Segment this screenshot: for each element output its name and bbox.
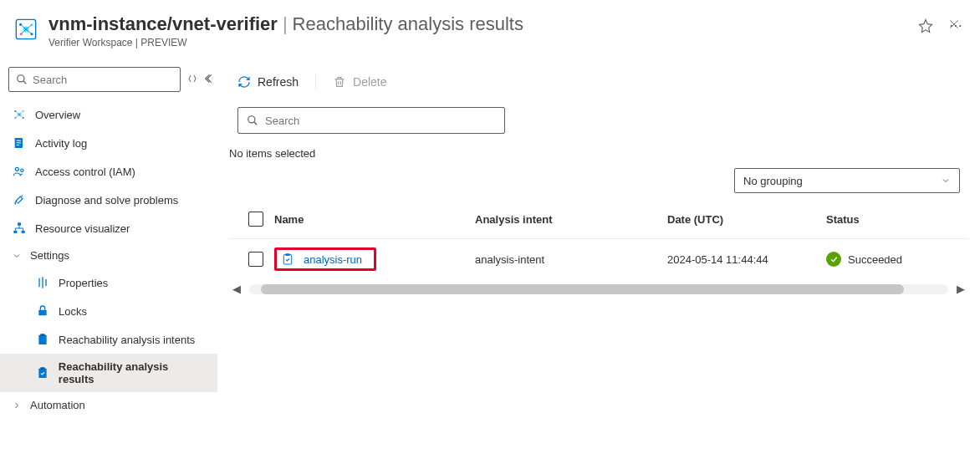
scroll-left-icon[interactable]: ◀ [229, 283, 244, 295]
diagnose-icon [12, 192, 27, 207]
cell-status: Succeeded [826, 252, 960, 267]
expand-icon[interactable] [187, 74, 197, 86]
cell-date: 2024-05-14 11:44:44 [667, 253, 826, 266]
sidebar-item-label: Reachability analysis results [59, 360, 206, 385]
status-label: Succeeded [848, 253, 902, 266]
page-header: vnm-instance/vnet-verifier | Reachabilit… [0, 0, 980, 59]
title-separator: | [283, 13, 288, 35]
select-all-checkbox[interactable] [248, 212, 263, 227]
sidebar-item-label: Diagnose and solve problems [35, 194, 178, 207]
sidebar-item-label: Activity log [35, 137, 87, 150]
column-header-name[interactable]: Name [274, 213, 475, 226]
refresh-icon [237, 75, 251, 89]
toolbar-divider [315, 74, 316, 90]
breadcrumb: Verifier Workspace | PREVIEW [48, 37, 901, 48]
main-content: Refresh Delete No items selected No grou… [217, 59, 980, 459]
close-icon[interactable] [948, 18, 960, 33]
sidebar-section-automation[interactable]: Automation [0, 392, 217, 418]
search-icon [247, 115, 258, 126]
sidebar-item-reachability-intents[interactable]: Reachability analysis intents [0, 325, 217, 354]
svg-point-29 [248, 116, 255, 123]
sidebar-item-label: Overview [35, 109, 80, 121]
sidebar: Overview Activity log Access control (IA… [0, 59, 217, 459]
svg-rect-16 [17, 140, 21, 141]
scroll-track[interactable] [249, 284, 948, 294]
sidebar-item-label: Access control (IAM) [35, 166, 135, 178]
svg-point-19 [15, 167, 18, 171]
iam-icon [12, 164, 27, 179]
grouping-value: No grouping [743, 175, 803, 187]
table-row: analysis-run analysis-intent 2024-05-14 … [229, 239, 968, 279]
sidebar-item-activity[interactable]: Activity log [0, 129, 217, 157]
overview-icon [12, 107, 27, 122]
svg-rect-21 [18, 222, 21, 225]
chevron-down-icon [12, 251, 22, 261]
row-checkbox[interactable] [248, 252, 263, 267]
chevron-right-icon [12, 400, 22, 411]
scroll-thumb[interactable] [261, 284, 904, 294]
sidebar-item-diagnose[interactable]: Diagnose and solve problems [0, 186, 217, 214]
selection-status: No items selected [217, 142, 980, 168]
main-search[interactable] [237, 107, 505, 134]
clipboard-results-icon [35, 365, 50, 380]
delete-button: Delete [333, 75, 386, 89]
svg-rect-25 [38, 335, 46, 344]
activity-log-icon [12, 135, 27, 150]
success-icon [826, 252, 841, 267]
horizontal-scrollbar[interactable]: ◀ ▶ [217, 279, 980, 295]
resource-name: vnm-instance/vnet-verifier [48, 13, 278, 35]
svg-rect-18 [17, 145, 19, 145]
toolbar: Refresh Delete [217, 59, 980, 102]
svg-rect-22 [13, 231, 17, 233]
column-header-intent[interactable]: Analysis intent [475, 213, 667, 226]
svg-rect-23 [22, 231, 25, 233]
delete-label: Delete [353, 75, 386, 89]
scroll-right-icon[interactable]: ▶ [953, 283, 968, 295]
resource-type-icon [13, 17, 38, 42]
page-title: vnm-instance/vnet-verifier | Reachabilit… [48, 13, 901, 35]
svg-point-9 [18, 75, 24, 82]
sidebar-item-iam[interactable]: Access control (IAM) [0, 157, 217, 186]
refresh-button[interactable]: Refresh [237, 75, 299, 89]
sidebar-item-label: Resource visualizer [35, 222, 130, 235]
favorite-icon[interactable] [918, 18, 933, 36]
sidebar-search-input[interactable] [33, 74, 173, 86]
results-table: Name Analysis intent Date (UTC) Status a… [229, 200, 968, 279]
main-search-input[interactable] [265, 115, 496, 127]
sidebar-section-settings[interactable]: Settings [0, 242, 217, 268]
refresh-label: Refresh [258, 75, 299, 89]
sidebar-item-properties[interactable]: Properties [0, 268, 217, 297]
column-header-date[interactable]: Date (UTC) [667, 213, 826, 226]
sidebar-search[interactable] [8, 67, 181, 92]
sidebar-item-locks[interactable]: Locks [0, 297, 217, 325]
page-section-title: Reachability analysis results [293, 13, 523, 35]
svg-point-20 [21, 169, 23, 171]
analysis-run-icon [280, 252, 295, 267]
sidebar-item-resource-visualizer[interactable]: Resource visualizer [0, 214, 217, 242]
svg-rect-24 [38, 310, 46, 316]
resource-visualizer-icon [12, 221, 27, 236]
properties-icon [35, 275, 50, 290]
cell-intent: analysis-intent [475, 253, 667, 266]
sidebar-item-label: Properties [59, 277, 108, 289]
svg-rect-30 [283, 255, 291, 264]
analysis-run-link[interactable]: analysis-run [304, 253, 362, 266]
trash-icon [333, 75, 346, 89]
sidebar-item-overview[interactable]: Overview [0, 100, 217, 129]
sidebar-section-label: Automation [30, 399, 85, 411]
svg-rect-17 [17, 142, 21, 143]
lock-icon [35, 303, 50, 319]
sidebar-section-label: Settings [30, 249, 69, 262]
header-text-block: vnm-instance/vnet-verifier | Reachabilit… [48, 13, 901, 48]
table-header-row: Name Analysis intent Date (UTC) Status [229, 200, 968, 239]
grouping-dropdown[interactable]: No grouping [734, 168, 960, 193]
collapse-sidebar-icon[interactable] [204, 73, 216, 87]
sidebar-item-label: Reachability analysis intents [59, 334, 195, 346]
column-header-status[interactable]: Status [826, 213, 960, 226]
highlighted-name-cell: analysis-run [274, 247, 376, 271]
svg-rect-31 [285, 253, 289, 256]
svg-rect-26 [40, 334, 44, 336]
clipboard-icon [35, 332, 50, 347]
search-icon [16, 74, 28, 85]
sidebar-item-reachability-results[interactable]: Reachability analysis results [0, 354, 217, 392]
